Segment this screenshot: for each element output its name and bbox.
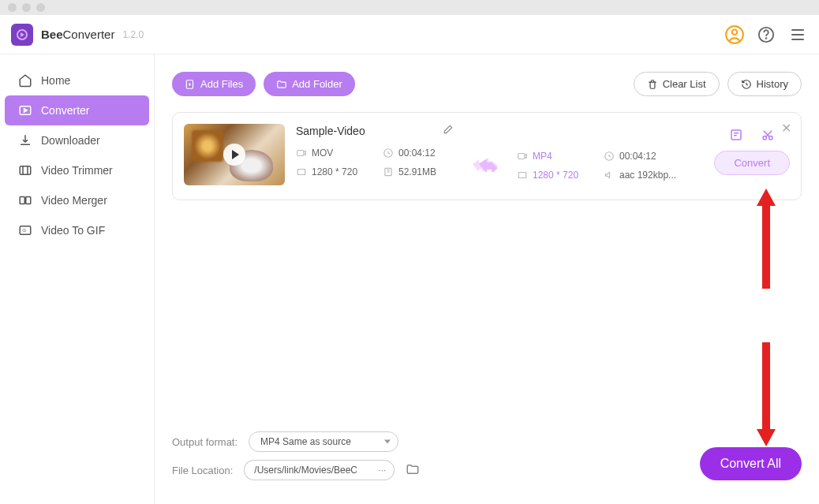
clock-icon: [383, 147, 394, 159]
menu-icon[interactable]: [787, 24, 808, 45]
video-icon: [296, 147, 307, 159]
annotation-arrow-1: [757, 189, 776, 289]
sidebar-item-trimmer[interactable]: Video Trimmer: [5, 155, 149, 185]
traffic-light-zoom[interactable]: [36, 3, 45, 12]
merger-icon: [17, 192, 33, 208]
toolbar: Add Files Add Folder Clear List History: [172, 72, 802, 96]
file-location-label: File Location:: [172, 465, 233, 476]
video-icon: [517, 151, 528, 162]
account-icon[interactable]: [724, 24, 745, 45]
svg-point-3: [766, 38, 767, 39]
sidebar-item-gif[interactable]: G Video To GIF: [5, 215, 149, 245]
trash-icon: [647, 79, 658, 90]
convert-button[interactable]: Convert: [714, 151, 790, 175]
app-header: BeeConverter 1.2.0: [0, 15, 819, 54]
svg-rect-8: [26, 197, 31, 204]
remove-file-button[interactable]: ✕: [781, 121, 791, 136]
sidebar: Home Converter Downloader Video Trimmer …: [0, 54, 155, 504]
svg-text:G: G: [22, 228, 26, 233]
converter-icon: [17, 103, 33, 118]
target-format[interactable]: MP4: [533, 151, 552, 162]
conversion-arrow-icon: [465, 140, 506, 189]
target-audio: aac 192kbp...: [619, 170, 676, 181]
trimmer-icon: [17, 162, 33, 178]
output-format-select[interactable]: MP4 Same as source: [249, 431, 398, 452]
file-card: ✕ Sample-Video MOV 00:04:12 1280 * 720 5: [172, 112, 802, 200]
file-plus-icon: [185, 79, 196, 90]
settings-icon[interactable]: [728, 127, 744, 143]
sidebar-item-merger[interactable]: Video Merger: [5, 185, 149, 215]
output-format-label: Output format:: [172, 436, 237, 448]
target-resolution[interactable]: 1280 * 720: [533, 170, 578, 181]
sidebar-item-downloader[interactable]: Downloader: [5, 125, 149, 155]
sidebar-item-home[interactable]: Home: [5, 65, 149, 95]
resolution-icon: [296, 166, 307, 177]
audio-icon: [604, 170, 615, 181]
content-area: Add Files Add Folder Clear List History …: [155, 54, 819, 504]
history-icon: [741, 79, 752, 90]
size-icon: [383, 166, 394, 177]
svg-rect-6: [20, 166, 31, 175]
svg-rect-7: [20, 197, 24, 204]
convert-all-button[interactable]: Convert All: [700, 447, 802, 480]
svg-rect-16: [518, 154, 525, 159]
open-folder-icon[interactable]: [406, 462, 420, 479]
sidebar-item-label: Video Trimmer: [41, 164, 113, 177]
clear-list-button[interactable]: Clear List: [634, 72, 720, 96]
play-icon: [223, 144, 245, 166]
traffic-light-close[interactable]: [8, 3, 17, 12]
target-duration: 00:04:12: [619, 151, 656, 162]
home-icon: [17, 73, 33, 88]
file-location-input[interactable]: [244, 460, 370, 480]
video-thumbnail[interactable]: [184, 124, 285, 185]
gif-icon: G: [17, 222, 33, 238]
app-version: 1.2.0: [122, 29, 144, 40]
clock-icon: [604, 151, 615, 162]
history-button[interactable]: History: [727, 72, 802, 96]
source-size: 52.91MB: [398, 166, 436, 177]
sidebar-item-label: Converter: [41, 104, 89, 117]
download-icon: [17, 133, 33, 148]
edit-name-icon[interactable]: [443, 124, 454, 138]
source-resolution: 1280 * 720: [312, 166, 357, 177]
app-logo: [11, 24, 33, 46]
source-duration: 00:04:12: [398, 147, 436, 159]
sidebar-item-converter[interactable]: Converter: [5, 95, 149, 125]
cut-icon[interactable]: [760, 127, 776, 143]
sidebar-item-label: Video To GIF: [41, 224, 105, 237]
file-name: Sample-Video: [296, 125, 365, 137]
traffic-light-minimize[interactable]: [22, 3, 31, 12]
sidebar-item-label: Home: [41, 74, 70, 87]
source-format: MOV: [312, 147, 333, 159]
file-location-more-button[interactable]: ···: [370, 460, 395, 480]
window-titlebar: [0, 0, 819, 15]
sidebar-item-label: Downloader: [41, 134, 100, 147]
add-folder-button[interactable]: Add Folder: [264, 72, 355, 96]
bottom-bar: Output format: MP4 Same as source File L…: [172, 431, 802, 488]
app-name: BeeConverter: [41, 28, 114, 41]
annotation-arrow-2: [757, 342, 776, 446]
svg-rect-18: [518, 173, 525, 178]
sidebar-item-label: Video Merger: [41, 194, 107, 207]
svg-rect-12: [297, 151, 304, 156]
add-files-button[interactable]: Add Files: [172, 72, 256, 96]
folder-plus-icon: [276, 79, 287, 90]
svg-marker-5: [24, 109, 28, 113]
resolution-icon: [517, 170, 528, 181]
svg-point-1: [732, 29, 738, 35]
help-icon[interactable]: [756, 24, 776, 45]
svg-rect-14: [297, 170, 305, 175]
